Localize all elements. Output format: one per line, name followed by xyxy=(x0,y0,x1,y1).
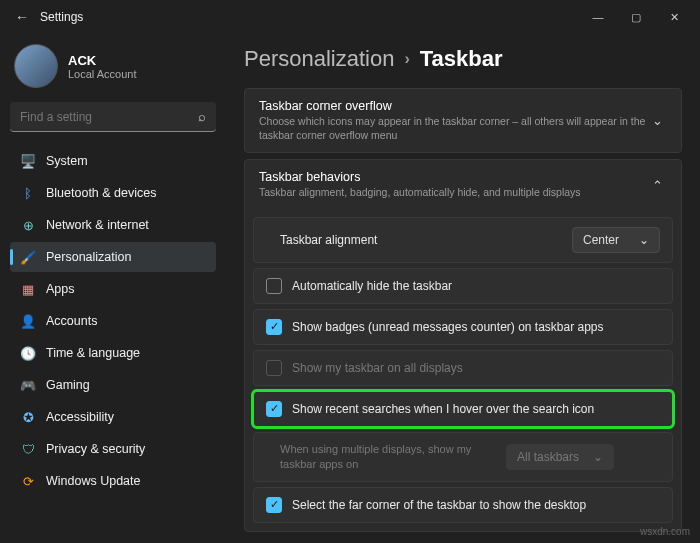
sidebar-item-label: System xyxy=(46,154,88,168)
row-far-corner[interactable]: ✓ Select the far corner of the taskbar t… xyxy=(253,487,673,523)
sidebar-item-accounts[interactable]: 👤Accounts xyxy=(10,306,216,336)
row-badges[interactable]: ✓ Show badges (unread messages counter) … xyxy=(253,309,673,345)
sidebar-item-personalization[interactable]: 🖌️Personalization xyxy=(10,242,216,272)
row-label: Show badges (unread messages counter) on… xyxy=(292,320,660,334)
sidebar-item-label: Privacy & security xyxy=(46,442,145,456)
card-title: Taskbar corner overflow xyxy=(259,99,648,113)
checkbox-unchecked[interactable] xyxy=(266,278,282,294)
chevron-up-icon: ⌃ xyxy=(648,178,667,193)
row-all-displays: Show my taskbar on all displays xyxy=(253,350,673,386)
card-overflow[interactable]: Taskbar corner overflow Choose which ico… xyxy=(244,88,682,153)
close-button[interactable]: ✕ xyxy=(656,3,692,31)
clock-icon: 🕓 xyxy=(20,345,36,361)
titlebar: ← Settings — ▢ ✕ xyxy=(0,0,700,34)
nav-list: 🖥️System ᛒBluetooth & devices ⊕Network &… xyxy=(10,146,216,496)
person-icon: 👤 xyxy=(20,313,36,329)
sidebar-item-label: Windows Update xyxy=(46,474,141,488)
chevron-right-icon: › xyxy=(404,50,409,68)
main-panel: Personalization › Taskbar Taskbar corner… xyxy=(226,34,700,543)
multi-display-dropdown: All taskbars ⌄ xyxy=(506,444,614,470)
card-behaviors-header[interactable]: Taskbar behaviors Taskbar alignment, bad… xyxy=(245,160,681,210)
breadcrumb-current: Taskbar xyxy=(420,46,503,72)
row-auto-hide[interactable]: Automatically hide the taskbar xyxy=(253,268,673,304)
checkbox-checked[interactable]: ✓ xyxy=(266,401,282,417)
minimize-button[interactable]: — xyxy=(580,3,616,31)
row-label: Show recent searches when I hover over t… xyxy=(292,402,660,416)
sidebar-item-bluetooth[interactable]: ᛒBluetooth & devices xyxy=(10,178,216,208)
search-box[interactable]: ⌕ xyxy=(10,102,216,132)
row-recent-searches[interactable]: ✓ Show recent searches when I hover over… xyxy=(253,391,673,427)
maximize-button[interactable]: ▢ xyxy=(618,3,654,31)
sidebar-item-label: Bluetooth & devices xyxy=(46,186,157,200)
checkbox-disabled xyxy=(266,360,282,376)
checkbox-checked[interactable]: ✓ xyxy=(266,497,282,513)
row-label: Automatically hide the taskbar xyxy=(292,279,660,293)
display-icon: 🖥️ xyxy=(20,153,36,169)
row-alignment: Taskbar alignment Center ⌄ xyxy=(253,217,673,263)
update-icon: ⟳ xyxy=(20,473,36,489)
shield-icon: 🛡 xyxy=(20,441,36,457)
search-input[interactable] xyxy=(20,110,198,124)
sidebar-item-accessibility[interactable]: ✪Accessibility xyxy=(10,402,216,432)
profile-name: ACK xyxy=(68,53,137,68)
sidebar-item-label: Network & internet xyxy=(46,218,149,232)
chevron-down-icon: ⌄ xyxy=(648,113,667,128)
row-label: Taskbar alignment xyxy=(266,233,572,247)
alignment-dropdown[interactable]: Center ⌄ xyxy=(572,227,660,253)
card-behaviors: Taskbar behaviors Taskbar alignment, bad… xyxy=(244,159,682,531)
sidebar-item-windows-update[interactable]: ⟳Windows Update xyxy=(10,466,216,496)
sidebar-item-label: Accessibility xyxy=(46,410,114,424)
card-title: Taskbar behaviors xyxy=(259,170,648,184)
gamepad-icon: 🎮 xyxy=(20,377,36,393)
sidebar-item-label: Gaming xyxy=(46,378,90,392)
chevron-down-icon: ⌄ xyxy=(593,450,603,464)
window-title: Settings xyxy=(40,10,83,24)
sidebar-item-label: Accounts xyxy=(46,314,97,328)
sidebar: ACK Local Account ⌕ 🖥️System ᛒBluetooth … xyxy=(0,34,226,543)
sidebar-item-apps[interactable]: ▦Apps xyxy=(10,274,216,304)
card-subtitle: Taskbar alignment, badging, automaticall… xyxy=(259,186,648,200)
bluetooth-icon: ᛒ xyxy=(20,185,36,201)
sidebar-item-system[interactable]: 🖥️System xyxy=(10,146,216,176)
chevron-down-icon: ⌄ xyxy=(639,233,649,247)
breadcrumb-parent[interactable]: Personalization xyxy=(244,46,394,72)
back-button[interactable]: ← xyxy=(8,9,36,25)
palette-icon: 🖌️ xyxy=(20,249,36,265)
card-subtitle: Choose which icons may appear in the tas… xyxy=(259,115,648,142)
row-label: Select the far corner of the taskbar to … xyxy=(292,498,660,512)
sidebar-item-gaming[interactable]: 🎮Gaming xyxy=(10,370,216,400)
apps-icon: ▦ xyxy=(20,281,36,297)
profile-block[interactable]: ACK Local Account xyxy=(10,38,216,102)
sidebar-item-label: Apps xyxy=(46,282,75,296)
checkbox-checked[interactable]: ✓ xyxy=(266,319,282,335)
row-label: Show my taskbar on all displays xyxy=(292,361,660,375)
sidebar-item-time-language[interactable]: 🕓Time & language xyxy=(10,338,216,368)
row-label: When using multiple displays, show my ta… xyxy=(266,442,506,472)
row-multi-display: When using multiple displays, show my ta… xyxy=(253,432,673,482)
avatar xyxy=(14,44,58,88)
accessibility-icon: ✪ xyxy=(20,409,36,425)
sidebar-item-privacy[interactable]: 🛡Privacy & security xyxy=(10,434,216,464)
sidebar-item-label: Personalization xyxy=(46,250,131,264)
dropdown-value: All taskbars xyxy=(517,450,579,464)
sidebar-item-network[interactable]: ⊕Network & internet xyxy=(10,210,216,240)
sidebar-item-label: Time & language xyxy=(46,346,140,360)
breadcrumb: Personalization › Taskbar xyxy=(244,46,682,72)
network-icon: ⊕ xyxy=(20,217,36,233)
search-icon: ⌕ xyxy=(198,109,206,124)
watermark: wsxdn.com xyxy=(640,526,690,537)
dropdown-value: Center xyxy=(583,233,619,247)
profile-account-type: Local Account xyxy=(68,68,137,80)
